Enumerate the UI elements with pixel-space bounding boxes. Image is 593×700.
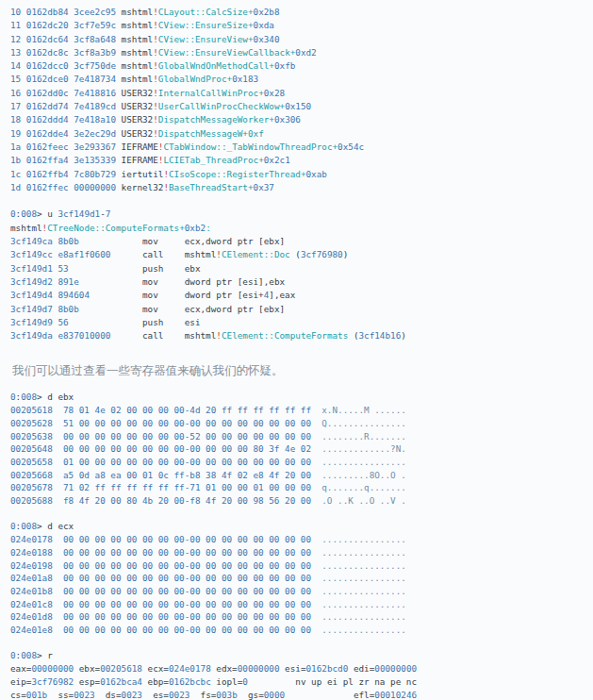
code-line: 1a 0162feec 3e293367 IEFRAME!CTabWindow:…: [10, 141, 593, 154]
code-line: [10, 508, 593, 521]
code-line: 00205648 00 00 00 00 00 00 00 00-00 00 0…: [10, 442, 593, 456]
code-line: 00205688 f8 4f 20 00 80 4b 20 00-f8 4f 2…: [10, 494, 593, 508]
code-line: mshtml!CTreeNode::ComputeFormats+0xb2:: [10, 222, 593, 235]
code-line: 3cf149d1 53 push ebx: [10, 262, 593, 275]
code-line: 00205668 a5 0d a8 ea 00 01 0c ff-b8 38 4…: [10, 469, 593, 482]
code-line: 1b 0162ffa4 3e135339 IEFRAME!LCIETab_Thr…: [10, 154, 593, 167]
code-line: 3cf149da e837010000 call mshtml!CElement…: [10, 329, 593, 342]
code-line: 3cf149d4 894604 mov dword ptr [esi+4],ea…: [10, 289, 593, 302]
code-line: 3cf149d9 56 push esi: [10, 316, 593, 329]
code-line: 11 0162dc20 3cf7e59c mshtml!CView::Ensur…: [10, 19, 593, 32]
code-line: 0:008> r: [10, 649, 593, 662]
code-line: 19 0162dde4 3e2ec29d USER32!DispatchMess…: [10, 127, 593, 141]
code-line: 024e01a8 00 00 00 00 00 00 00 00-00 00 0…: [10, 572, 593, 585]
code-line: [10, 194, 593, 208]
code-line: 024e01c8 00 00 00 00 00 00 00 00-00 00 0…: [10, 598, 593, 611]
code-line: cs=001b ss=0023 ds=0023 es=0023 fs=003b …: [10, 689, 593, 700]
code-line: eip=3cf76982 esp=0162bca4 ebp=0162bcbc i…: [10, 675, 593, 689]
code-line: 1d 0162ffec 00000000 kernel32!BaseThread…: [10, 181, 593, 194]
code-line: 00205638 00 00 00 00 00 00 00 00-52 00 0…: [10, 430, 593, 443]
code-line: 024e0178 00 00 00 00 00 00 00 00-00 00 0…: [10, 533, 593, 546]
code-line: 0:008> u 3cf149d1-7: [10, 208, 593, 221]
code-line: 024e0188 00 00 00 00 00 00 00 00-00 00 0…: [10, 546, 593, 559]
memory-dump-and-registers-block: 0:008> d ebx00205618 78 01 4e 02 00 00 0…: [0, 391, 593, 700]
code-line: 13 0162dc8c 3cf8a3b9 mshtml!CView::Ensur…: [10, 46, 593, 59]
code-line: 024e01e8 00 00 00 00 00 00 00 00-00 00 0…: [10, 624, 593, 637]
code-line: 16 0162dd0c 7e418816 USER32!InternalCall…: [10, 87, 593, 100]
code-line: 0:008> d ebx: [10, 391, 593, 404]
code-line: 024e01d8 00 00 00 00 00 00 00 00-00 00 0…: [10, 610, 593, 624]
code-line: 00205618 78 01 4e 02 00 00 00 00-4d 20 f…: [10, 404, 593, 417]
code-line: 3cf149d7 8b0b mov ecx,dword ptr [ebx]: [10, 303, 593, 316]
code-line: 10 0162db84 3cee2c95 mshtml!CLayout::Cal…: [10, 6, 593, 19]
code-line: 3cf149cc e8af1f0600 call mshtml!CElement…: [10, 248, 593, 261]
code-line: 1c 0162ffb4 7c80b729 iertutil!CIsoScope:…: [10, 168, 593, 181]
commentary-text: 我们可以通过查看一些寄存器值来确认我们的怀疑。: [12, 363, 593, 379]
code-line: 00205678 71 02 ff ff ff ff ff ff-71 01 0…: [10, 481, 593, 494]
code-line: [10, 637, 593, 650]
code-line: 00205658 01 00 00 00 00 00 00 00-00 00 0…: [10, 456, 593, 469]
code-line: 024e01b8 00 00 00 00 00 00 00 00-00 00 0…: [10, 585, 593, 598]
code-line: 17 0162dd74 7e4189cd USER32!UserCallWinP…: [10, 100, 593, 113]
code-line: 12 0162dc64 3cf8a648 mshtml!CView::Ensur…: [10, 33, 593, 46]
code-line: 00205628 51 00 00 00 00 00 00 00-00 00 0…: [10, 417, 593, 430]
code-line: 3cf149ca 8b0b mov ecx,dword ptr [ebx]: [10, 235, 593, 248]
debugger-log-page: 10 0162db84 3cee2c95 mshtml!CLayout::Cal…: [0, 0, 593, 700]
code-line: 3cf149d2 891e mov dword ptr [esi],ebx: [10, 275, 593, 289]
code-line: eax=00000000 ebx=00205618 ecx=024e0178 e…: [10, 662, 593, 675]
code-line: 0:008> d ecx: [10, 520, 593, 533]
code-line: 024e0198 00 00 00 00 00 00 00 00-00 00 0…: [10, 559, 593, 573]
stack-trace-and-disassembly-block: 10 0162db84 3cee2c95 mshtml!CLayout::Cal…: [0, 0, 593, 342]
code-line: 15 0162dce0 7e418734 mshtml!GlobalWndPro…: [10, 73, 593, 86]
code-line: 18 0162ddd4 7e418a10 USER32!DispatchMess…: [10, 113, 593, 126]
code-line: 14 0162dcc0 3cf750de mshtml!GlobalWndOnM…: [10, 59, 593, 73]
